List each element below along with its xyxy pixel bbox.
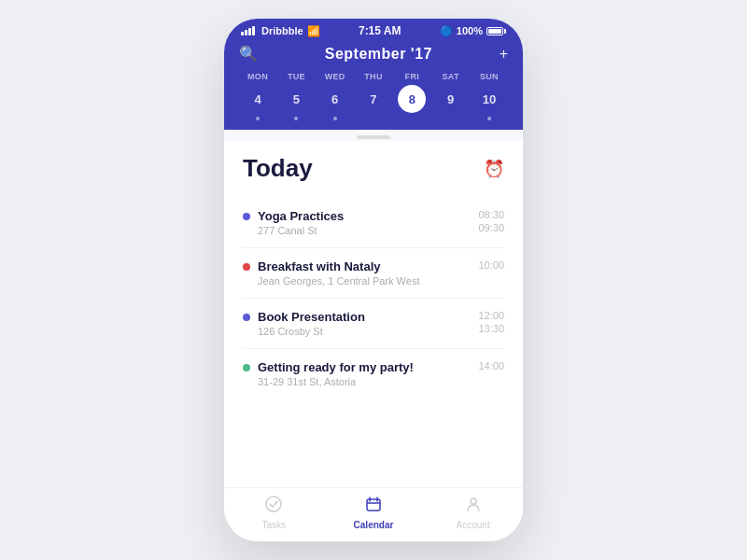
tasks-nav-icon bbox=[265, 496, 282, 517]
day-number[interactable]: 8 bbox=[398, 85, 426, 113]
event-location: 31-29 31st St, Astoria bbox=[258, 376, 471, 387]
event-color-dot bbox=[243, 213, 250, 220]
nav-item-account[interactable]: Account bbox=[445, 496, 501, 530]
event-title: Getting ready for my party! bbox=[258, 360, 471, 374]
search-icon[interactable]: 🔍 bbox=[239, 45, 258, 63]
day-dot bbox=[294, 117, 298, 120]
scroll-indicator bbox=[224, 130, 523, 141]
day-name: SUN bbox=[480, 72, 499, 81]
day-name: FRI bbox=[405, 72, 419, 81]
calendar-nav-label: Calendar bbox=[354, 520, 394, 530]
event-item[interactable]: Breakfast with NatalyJean Georges, 1 Cen… bbox=[243, 248, 504, 299]
event-times: 10:00 bbox=[478, 259, 504, 271]
event-title: Breakfast with Nataly bbox=[258, 259, 471, 273]
event-info: Book Presentation126 Crosby St bbox=[258, 310, 471, 337]
day-dot bbox=[333, 117, 337, 120]
event-color-dot bbox=[243, 314, 250, 321]
day-name: MON bbox=[247, 72, 268, 81]
nav-item-calendar[interactable]: Calendar bbox=[345, 496, 402, 530]
event-info: Breakfast with NatalyJean Georges, 1 Cen… bbox=[258, 259, 471, 287]
day-col-5[interactable]: TUE5 bbox=[277, 72, 315, 120]
status-time: 7:15 AM bbox=[359, 24, 402, 37]
svg-point-0 bbox=[266, 497, 281, 511]
event-time-end: 13:30 bbox=[478, 323, 504, 334]
event-time-start: 14:00 bbox=[478, 360, 504, 371]
day-name: SAT bbox=[443, 72, 459, 81]
event-item[interactable]: Book Presentation126 Crosby St12:0013:30 bbox=[243, 299, 504, 349]
svg-point-5 bbox=[471, 498, 476, 504]
header-row: 🔍 September '17 + bbox=[239, 45, 508, 63]
tasks-nav-label: Tasks bbox=[262, 520, 287, 530]
event-item[interactable]: Yoga Practices277 Canal St08:3009:30 bbox=[243, 198, 504, 248]
day-number[interactable]: 5 bbox=[282, 85, 310, 113]
day-number[interactable]: 4 bbox=[244, 85, 272, 113]
day-number[interactable]: 10 bbox=[475, 85, 503, 113]
clock-icon[interactable]: ⏰ bbox=[484, 159, 504, 179]
event-location: Jean Georges, 1 Central Park West bbox=[258, 275, 471, 287]
event-time-start: 10:00 bbox=[478, 259, 504, 271]
add-icon[interactable]: + bbox=[500, 46, 508, 63]
event-times: 08:3009:30 bbox=[478, 209, 504, 233]
wifi-icon: 📶 bbox=[307, 25, 320, 37]
status-bar: Dribbble 📶 7:15 AM 🔵 100% bbox=[224, 19, 523, 41]
event-item[interactable]: Getting ready for my party!31-29 31st St… bbox=[243, 349, 504, 399]
main-content: Today ⏰ Yoga Practices277 Canal St08:300… bbox=[224, 141, 523, 487]
day-dot bbox=[256, 117, 260, 120]
calendar-title: September '17 bbox=[325, 46, 432, 63]
event-list: Yoga Practices277 Canal St08:3009:30Brea… bbox=[243, 198, 504, 399]
bottom-nav: TasksCalendarAccount bbox=[224, 487, 523, 541]
day-col-8[interactable]: FRI8 bbox=[393, 72, 430, 120]
phone-container: Dribbble 📶 7:15 AM 🔵 100% 🔍 September '1… bbox=[224, 19, 523, 541]
event-info: Getting ready for my party!31-29 31st St… bbox=[258, 360, 471, 387]
event-time-start: 12:00 bbox=[478, 310, 504, 321]
event-times: 12:0013:30 bbox=[478, 310, 504, 334]
day-col-6[interactable]: WED6 bbox=[317, 72, 354, 120]
day-col-10[interactable]: SUN10 bbox=[471, 72, 508, 120]
day-col-7[interactable]: THU7 bbox=[355, 72, 392, 120]
event-info: Yoga Practices277 Canal St bbox=[258, 209, 471, 236]
day-dot bbox=[487, 117, 491, 120]
calendar-header: 🔍 September '17 + MON4TUE5WED6THU7FRI8SA… bbox=[224, 41, 523, 130]
today-row: Today ⏰ bbox=[243, 154, 504, 183]
status-left: Dribbble 📶 bbox=[241, 25, 320, 37]
day-number[interactable]: 9 bbox=[437, 85, 465, 113]
carrier-label: Dribbble bbox=[261, 25, 303, 36]
day-name: THU bbox=[364, 72, 382, 81]
battery-label: 100% bbox=[457, 25, 483, 36]
event-time-end: 09:30 bbox=[478, 222, 504, 233]
event-color-dot bbox=[243, 263, 250, 271]
calendar-nav-icon bbox=[365, 496, 382, 517]
battery-icon bbox=[486, 27, 506, 35]
bluetooth-icon: 🔵 bbox=[440, 25, 453, 37]
event-title: Book Presentation bbox=[258, 310, 471, 324]
event-title: Yoga Practices bbox=[258, 209, 471, 223]
event-location: 277 Canal St bbox=[258, 225, 471, 236]
nav-item-tasks[interactable]: Tasks bbox=[246, 496, 302, 530]
status-right: 🔵 100% bbox=[440, 25, 506, 37]
event-location: 126 Crosby St bbox=[258, 326, 471, 337]
event-color-dot bbox=[243, 364, 250, 371]
account-nav-label: Account bbox=[457, 520, 490, 530]
day-col-4[interactable]: MON4 bbox=[239, 72, 276, 120]
week-row: MON4TUE5WED6THU7FRI8SAT9SUN10 bbox=[239, 72, 508, 120]
scroll-pill bbox=[357, 135, 390, 139]
account-nav-icon bbox=[465, 496, 482, 517]
day-number[interactable]: 6 bbox=[321, 85, 349, 113]
day-col-9[interactable]: SAT9 bbox=[432, 72, 470, 120]
event-times: 14:00 bbox=[478, 360, 504, 371]
signal-bars bbox=[241, 26, 255, 35]
day-number[interactable]: 7 bbox=[359, 85, 388, 113]
day-name: TUE bbox=[288, 72, 305, 81]
svg-rect-1 bbox=[367, 499, 380, 511]
event-time-start: 08:30 bbox=[478, 209, 504, 220]
day-name: WED bbox=[325, 72, 345, 81]
today-label: Today bbox=[243, 154, 313, 183]
